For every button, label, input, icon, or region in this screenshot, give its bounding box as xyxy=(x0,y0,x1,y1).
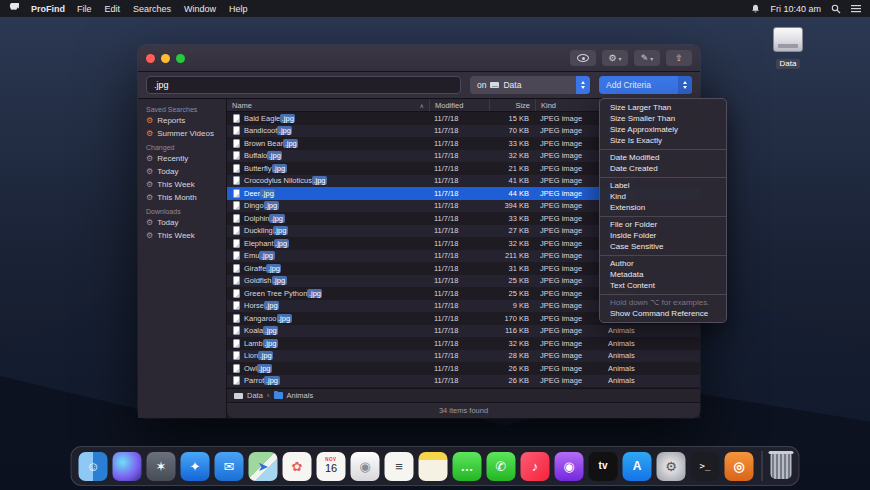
dock-icon-settings[interactable]: ⚙ xyxy=(657,452,686,481)
dock-icon-profind[interactable]: ◎ xyxy=(725,452,754,481)
file-icon xyxy=(233,276,240,285)
table-row[interactable]: Lamb.jpg11/7/1832 KBJPEG imageAnimals xyxy=(227,337,700,350)
table-row[interactable]: Parrot.jpg11/7/1826 KBJPEG imageAnimals xyxy=(227,375,700,388)
menu-item-size-smaller-than[interactable]: Size Smaller Than xyxy=(600,113,726,124)
dock-icon-messages[interactable]: … xyxy=(453,452,482,481)
menu-separator xyxy=(600,216,726,217)
menu-item-text-content[interactable]: Text Content xyxy=(600,280,726,291)
sidebar-section-header: Downloads xyxy=(138,204,226,216)
menu-item-extension[interactable]: Extension xyxy=(600,202,726,213)
menu-edit[interactable]: Edit xyxy=(105,4,121,14)
window-toolbar: ⚙▾✎▾⇧ xyxy=(570,50,692,66)
dock-icon-launchpad[interactable]: ✶ xyxy=(147,452,176,481)
menu-clock[interactable]: Fri 10:40 am xyxy=(770,4,821,14)
menu-item-size-larger-than[interactable]: Size Larger Than xyxy=(600,102,726,113)
menu-item-file-or-folder[interactable]: File or Folder xyxy=(600,219,726,230)
dock-icon-finder[interactable]: ☺ xyxy=(79,452,108,481)
menu-item-size-is-exactly[interactable]: Size Is Exactly xyxy=(600,135,726,146)
dock-icon-podcasts[interactable]: ◉ xyxy=(555,452,584,481)
table-row[interactable]: Koala.jpg11/7/18116 KBJPEG imageAnimals xyxy=(227,325,700,338)
dock-icon-safari[interactable]: ✦ xyxy=(181,452,210,481)
file-icon xyxy=(233,164,240,173)
table-row[interactable]: Owl.jpg11/7/1826 KBJPEG imageAnimals xyxy=(227,362,700,375)
menu-searches[interactable]: Searches xyxy=(133,4,171,14)
scope-popup[interactable]: on Data xyxy=(470,76,590,94)
zoom-button[interactable] xyxy=(176,54,185,63)
dock-icon-appstore[interactable]: A xyxy=(623,452,652,481)
dock-icon-tv[interactable]: tv xyxy=(589,452,618,481)
column-header-modified[interactable]: Modified xyxy=(429,99,489,111)
file-size: 27 KB xyxy=(489,226,535,235)
sidebar-item-summer-videos[interactable]: ⚙Summer Videos xyxy=(138,127,226,140)
column-header-kind[interactable]: Kind xyxy=(535,99,599,111)
sidebar-item-this-week[interactable]: ⚙This Week xyxy=(138,178,226,191)
file-modified: 11/7/18 xyxy=(429,276,489,285)
menu-item-date-created[interactable]: Date Created xyxy=(600,163,726,174)
menu-help[interactable]: Help xyxy=(229,4,248,14)
dock-icon-contacts[interactable]: ◉ xyxy=(351,452,380,481)
dock-icon-notes[interactable] xyxy=(419,452,448,481)
sidebar-item-recently[interactable]: ⚙Recently xyxy=(138,152,226,165)
menu-file[interactable]: File xyxy=(77,4,92,14)
column-header-size[interactable]: Size xyxy=(489,99,535,111)
file-modified: 11/7/18 xyxy=(429,239,489,248)
file-modified: 11/7/18 xyxy=(429,251,489,260)
path-item-volume[interactable]: Data xyxy=(247,391,263,400)
scope-prefix: on xyxy=(477,80,486,90)
menu-hint-text: Hold down ⌥ for examples. xyxy=(600,297,726,308)
share-button[interactable]: ⇧ xyxy=(666,50,692,66)
add-criteria-popup[interactable]: Add Criteria xyxy=(599,76,692,94)
apple-menu[interactable] xyxy=(9,3,19,15)
dock-icon-calendar[interactable]: NOV16 xyxy=(317,452,346,481)
menu-item-show-command-reference[interactable]: Show Command Reference xyxy=(600,308,726,319)
actions-button[interactable]: ⚙▾ xyxy=(602,50,628,66)
path-item-folder[interactable]: Animals xyxy=(287,391,314,400)
desktop-volume-data[interactable]: Data xyxy=(766,27,810,70)
search-input[interactable]: .jpg xyxy=(146,76,461,94)
spotlight-icon[interactable] xyxy=(831,4,841,14)
close-button[interactable] xyxy=(146,54,155,63)
menu-app-name[interactable]: ProFind xyxy=(31,4,65,14)
dock-icon-maps[interactable]: ➤ xyxy=(249,452,278,481)
sidebar-item-today[interactable]: ⚙Today xyxy=(138,216,226,229)
edit-button[interactable]: ✎▾ xyxy=(634,50,660,66)
sidebar-item-reports[interactable]: ⚙Reports xyxy=(138,114,226,127)
file-modified: 11/7/18 xyxy=(429,176,489,185)
dock-icon-reminders[interactable]: ≡ xyxy=(385,452,414,481)
dock-icon-trash[interactable] xyxy=(771,453,792,479)
menu-item-size-approximately[interactable]: Size Approximately xyxy=(600,124,726,135)
menu-item-metadata[interactable]: Metadata xyxy=(600,269,726,280)
menu-window[interactable]: Window xyxy=(184,4,216,14)
dock-icon-photos[interactable]: ✿ xyxy=(283,452,312,481)
search-match-highlight: .jpg xyxy=(269,214,284,223)
preview-button[interactable] xyxy=(570,50,596,66)
menu-item-author[interactable]: Author xyxy=(600,258,726,269)
dock-icon-music[interactable]: ♪ xyxy=(521,452,550,481)
menu-item-inside-folder[interactable]: Inside Folder xyxy=(600,230,726,241)
dock-icon-facetime[interactable]: ✆ xyxy=(487,452,516,481)
volume-label: Data xyxy=(776,59,801,69)
sidebar-item-this-month[interactable]: ⚙This Month xyxy=(138,191,226,204)
search-match-highlight: .jpg xyxy=(307,289,322,298)
sidebar-item-today[interactable]: ⚙Today xyxy=(138,165,226,178)
share-icon: ⇧ xyxy=(675,53,683,63)
column-header-name[interactable]: Name ∧ xyxy=(227,99,429,111)
file-size: 31 KB xyxy=(489,264,535,273)
notification-icon[interactable] xyxy=(751,4,760,14)
file-kind: JPEG image xyxy=(535,376,599,385)
menu-list-icon[interactable] xyxy=(851,4,861,13)
menu-item-date-modified[interactable]: Date Modified xyxy=(600,152,726,163)
file-name-cell: Green Tree Python.jpg xyxy=(227,289,429,298)
dock-icon-terminal[interactable]: >_ xyxy=(691,452,720,481)
file-name-cell: Emu.jpg xyxy=(227,251,429,260)
menu-item-case-sensitive[interactable]: Case Sensitive xyxy=(600,241,726,252)
sidebar-item-this-week[interactable]: ⚙This Week xyxy=(138,229,226,242)
menu-item-kind[interactable]: Kind xyxy=(600,191,726,202)
minimize-button[interactable] xyxy=(161,54,170,63)
menu-item-label[interactable]: Label xyxy=(600,180,726,191)
dock-icon-siri[interactable] xyxy=(113,452,142,481)
menu-separator xyxy=(600,149,726,150)
file-name: Lamb.jpg xyxy=(244,339,278,348)
table-row[interactable]: Lion.jpg11/7/1828 KBJPEG imageAnimals xyxy=(227,350,700,363)
dock-icon-mail[interactable]: ✉ xyxy=(215,452,244,481)
